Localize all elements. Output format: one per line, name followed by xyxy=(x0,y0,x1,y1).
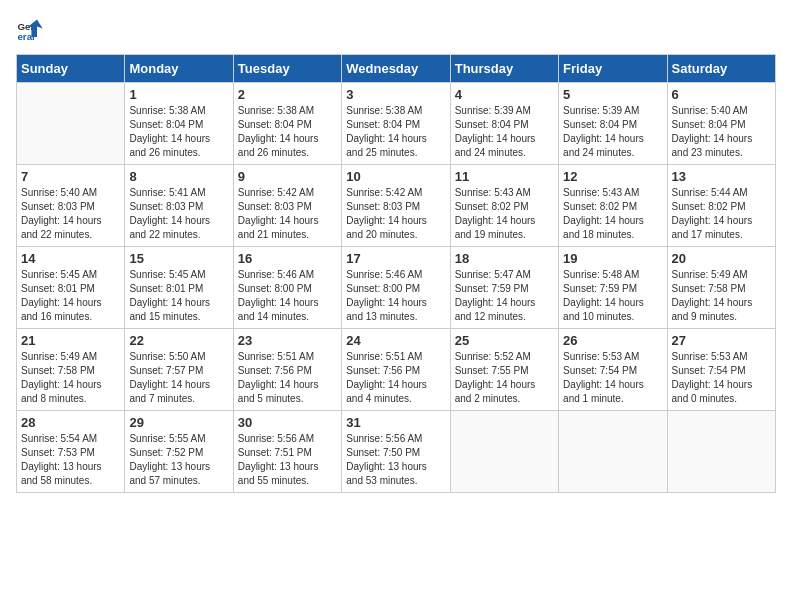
day-number: 15 xyxy=(129,251,228,266)
day-number: 5 xyxy=(563,87,662,102)
day-info: Sunrise: 5:51 AM Sunset: 7:56 PM Dayligh… xyxy=(346,350,445,406)
day-cell: 11Sunrise: 5:43 AM Sunset: 8:02 PM Dayli… xyxy=(450,165,558,247)
day-info: Sunrise: 5:48 AM Sunset: 7:59 PM Dayligh… xyxy=(563,268,662,324)
day-cell: 30Sunrise: 5:56 AM Sunset: 7:51 PM Dayli… xyxy=(233,411,341,493)
weekday-header: Wednesday xyxy=(342,55,450,83)
week-row: 1Sunrise: 5:38 AM Sunset: 8:04 PM Daylig… xyxy=(17,83,776,165)
day-info: Sunrise: 5:38 AM Sunset: 8:04 PM Dayligh… xyxy=(238,104,337,160)
week-row: 7Sunrise: 5:40 AM Sunset: 8:03 PM Daylig… xyxy=(17,165,776,247)
day-info: Sunrise: 5:52 AM Sunset: 7:55 PM Dayligh… xyxy=(455,350,554,406)
day-info: Sunrise: 5:53 AM Sunset: 7:54 PM Dayligh… xyxy=(563,350,662,406)
day-cell: 5Sunrise: 5:39 AM Sunset: 8:04 PM Daylig… xyxy=(559,83,667,165)
day-info: Sunrise: 5:44 AM Sunset: 8:02 PM Dayligh… xyxy=(672,186,771,242)
day-info: Sunrise: 5:47 AM Sunset: 7:59 PM Dayligh… xyxy=(455,268,554,324)
logo-icon: Gen eral xyxy=(16,16,44,44)
day-cell: 20Sunrise: 5:49 AM Sunset: 7:58 PM Dayli… xyxy=(667,247,775,329)
day-number: 17 xyxy=(346,251,445,266)
day-info: Sunrise: 5:54 AM Sunset: 7:53 PM Dayligh… xyxy=(21,432,120,488)
day-cell: 14Sunrise: 5:45 AM Sunset: 8:01 PM Dayli… xyxy=(17,247,125,329)
day-number: 21 xyxy=(21,333,120,348)
day-number: 18 xyxy=(455,251,554,266)
day-info: Sunrise: 5:45 AM Sunset: 8:01 PM Dayligh… xyxy=(21,268,120,324)
logo: Gen eral xyxy=(16,16,48,44)
day-number: 4 xyxy=(455,87,554,102)
day-cell: 16Sunrise: 5:46 AM Sunset: 8:00 PM Dayli… xyxy=(233,247,341,329)
day-number: 19 xyxy=(563,251,662,266)
day-info: Sunrise: 5:53 AM Sunset: 7:54 PM Dayligh… xyxy=(672,350,771,406)
day-cell: 2Sunrise: 5:38 AM Sunset: 8:04 PM Daylig… xyxy=(233,83,341,165)
day-info: Sunrise: 5:46 AM Sunset: 8:00 PM Dayligh… xyxy=(346,268,445,324)
weekday-header: Tuesday xyxy=(233,55,341,83)
day-cell: 8Sunrise: 5:41 AM Sunset: 8:03 PM Daylig… xyxy=(125,165,233,247)
day-info: Sunrise: 5:42 AM Sunset: 8:03 PM Dayligh… xyxy=(346,186,445,242)
day-info: Sunrise: 5:40 AM Sunset: 8:04 PM Dayligh… xyxy=(672,104,771,160)
day-number: 25 xyxy=(455,333,554,348)
day-number: 26 xyxy=(563,333,662,348)
weekday-header-row: SundayMondayTuesdayWednesdayThursdayFrid… xyxy=(17,55,776,83)
day-info: Sunrise: 5:42 AM Sunset: 8:03 PM Dayligh… xyxy=(238,186,337,242)
weekday-header: Saturday xyxy=(667,55,775,83)
day-cell: 13Sunrise: 5:44 AM Sunset: 8:02 PM Dayli… xyxy=(667,165,775,247)
day-info: Sunrise: 5:45 AM Sunset: 8:01 PM Dayligh… xyxy=(129,268,228,324)
day-number: 12 xyxy=(563,169,662,184)
day-number: 31 xyxy=(346,415,445,430)
day-number: 11 xyxy=(455,169,554,184)
day-number: 20 xyxy=(672,251,771,266)
day-number: 8 xyxy=(129,169,228,184)
day-cell: 21Sunrise: 5:49 AM Sunset: 7:58 PM Dayli… xyxy=(17,329,125,411)
day-number: 24 xyxy=(346,333,445,348)
weekday-header: Sunday xyxy=(17,55,125,83)
day-info: Sunrise: 5:51 AM Sunset: 7:56 PM Dayligh… xyxy=(238,350,337,406)
weekday-header: Friday xyxy=(559,55,667,83)
day-info: Sunrise: 5:46 AM Sunset: 8:00 PM Dayligh… xyxy=(238,268,337,324)
day-cell: 25Sunrise: 5:52 AM Sunset: 7:55 PM Dayli… xyxy=(450,329,558,411)
day-cell: 19Sunrise: 5:48 AM Sunset: 7:59 PM Dayli… xyxy=(559,247,667,329)
day-cell: 1Sunrise: 5:38 AM Sunset: 8:04 PM Daylig… xyxy=(125,83,233,165)
week-row: 21Sunrise: 5:49 AM Sunset: 7:58 PM Dayli… xyxy=(17,329,776,411)
day-number: 22 xyxy=(129,333,228,348)
day-info: Sunrise: 5:39 AM Sunset: 8:04 PM Dayligh… xyxy=(563,104,662,160)
day-info: Sunrise: 5:41 AM Sunset: 8:03 PM Dayligh… xyxy=(129,186,228,242)
day-number: 6 xyxy=(672,87,771,102)
day-cell: 23Sunrise: 5:51 AM Sunset: 7:56 PM Dayli… xyxy=(233,329,341,411)
day-cell: 7Sunrise: 5:40 AM Sunset: 8:03 PM Daylig… xyxy=(17,165,125,247)
day-number: 10 xyxy=(346,169,445,184)
day-info: Sunrise: 5:43 AM Sunset: 8:02 PM Dayligh… xyxy=(563,186,662,242)
day-cell: 15Sunrise: 5:45 AM Sunset: 8:01 PM Dayli… xyxy=(125,247,233,329)
day-cell: 31Sunrise: 5:56 AM Sunset: 7:50 PM Dayli… xyxy=(342,411,450,493)
day-cell: 3Sunrise: 5:38 AM Sunset: 8:04 PM Daylig… xyxy=(342,83,450,165)
day-number: 2 xyxy=(238,87,337,102)
day-info: Sunrise: 5:56 AM Sunset: 7:50 PM Dayligh… xyxy=(346,432,445,488)
day-info: Sunrise: 5:50 AM Sunset: 7:57 PM Dayligh… xyxy=(129,350,228,406)
day-info: Sunrise: 5:38 AM Sunset: 8:04 PM Dayligh… xyxy=(129,104,228,160)
day-cell xyxy=(450,411,558,493)
day-cell: 9Sunrise: 5:42 AM Sunset: 8:03 PM Daylig… xyxy=(233,165,341,247)
day-number: 9 xyxy=(238,169,337,184)
header: Gen eral xyxy=(16,16,776,44)
day-cell: 24Sunrise: 5:51 AM Sunset: 7:56 PM Dayli… xyxy=(342,329,450,411)
day-info: Sunrise: 5:40 AM Sunset: 8:03 PM Dayligh… xyxy=(21,186,120,242)
day-number: 1 xyxy=(129,87,228,102)
day-number: 30 xyxy=(238,415,337,430)
day-cell: 6Sunrise: 5:40 AM Sunset: 8:04 PM Daylig… xyxy=(667,83,775,165)
day-number: 3 xyxy=(346,87,445,102)
day-cell: 22Sunrise: 5:50 AM Sunset: 7:57 PM Dayli… xyxy=(125,329,233,411)
weekday-header: Thursday xyxy=(450,55,558,83)
day-info: Sunrise: 5:39 AM Sunset: 8:04 PM Dayligh… xyxy=(455,104,554,160)
day-cell: 10Sunrise: 5:42 AM Sunset: 8:03 PM Dayli… xyxy=(342,165,450,247)
day-number: 7 xyxy=(21,169,120,184)
calendar: SundayMondayTuesdayWednesdayThursdayFrid… xyxy=(16,54,776,493)
day-cell xyxy=(667,411,775,493)
day-number: 28 xyxy=(21,415,120,430)
day-cell xyxy=(17,83,125,165)
day-cell: 17Sunrise: 5:46 AM Sunset: 8:00 PM Dayli… xyxy=(342,247,450,329)
weekday-header: Monday xyxy=(125,55,233,83)
day-info: Sunrise: 5:55 AM Sunset: 7:52 PM Dayligh… xyxy=(129,432,228,488)
day-number: 29 xyxy=(129,415,228,430)
day-cell: 12Sunrise: 5:43 AM Sunset: 8:02 PM Dayli… xyxy=(559,165,667,247)
week-row: 14Sunrise: 5:45 AM Sunset: 8:01 PM Dayli… xyxy=(17,247,776,329)
day-info: Sunrise: 5:43 AM Sunset: 8:02 PM Dayligh… xyxy=(455,186,554,242)
day-number: 27 xyxy=(672,333,771,348)
day-info: Sunrise: 5:56 AM Sunset: 7:51 PM Dayligh… xyxy=(238,432,337,488)
day-number: 23 xyxy=(238,333,337,348)
